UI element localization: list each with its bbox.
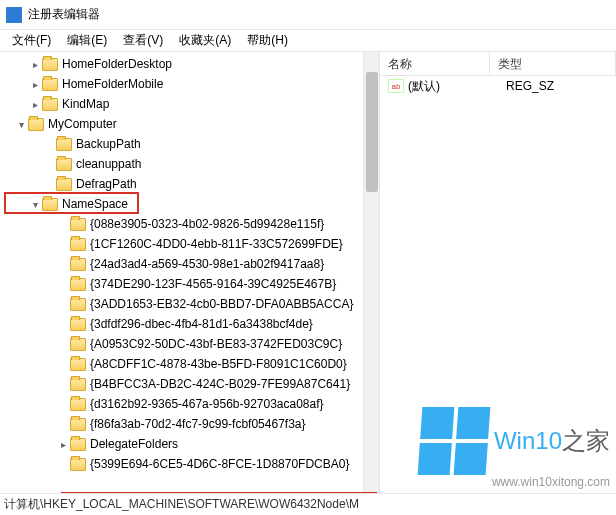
tree-node[interactable]: {B4BFCC3A-DB2C-424C-B029-7FE99A87C641}	[0, 374, 379, 394]
folder-icon	[70, 458, 86, 471]
tree-node-label: {24ad3ad4-a569-4530-98e1-ab02f9417aa8}	[90, 257, 324, 271]
tree-scrollbar-thumb[interactable]	[366, 72, 378, 192]
tree-node[interactable]: {088e3905-0323-4b02-9826-5d99428e115f}	[0, 214, 379, 234]
menu-help[interactable]: 帮助(H)	[239, 30, 296, 51]
value-name: (默认)	[408, 78, 506, 95]
folder-icon	[70, 298, 86, 311]
value-type: REG_SZ	[506, 79, 554, 93]
tree-node[interactable]: {d3162b92-9365-467a-956b-92703aca08af}	[0, 394, 379, 414]
tree-node[interactable]: {3dfdf296-dbec-4fb4-81d1-6a3438bcf4de}	[0, 314, 379, 334]
tree-node-label: {1CF1260C-4DD0-4ebb-811F-33C572699FDE}	[90, 237, 343, 251]
tree-node[interactable]: {A8CDFF1C-4878-43be-B5FD-F8091C1C60D0}	[0, 354, 379, 374]
folder-icon	[70, 338, 86, 351]
tree-node-label: {A0953C92-50DC-43bf-BE83-3742FED03C9C}	[90, 337, 342, 351]
menu-file[interactable]: 文件(F)	[4, 30, 59, 51]
col-header-name[interactable]: 名称	[380, 52, 490, 75]
folder-icon	[56, 178, 72, 191]
tree-node[interactable]: DefragPath	[0, 174, 379, 194]
folder-icon	[70, 238, 86, 251]
tree-node[interactable]: {24ad3ad4-a569-4530-98e1-ab02f9417aa8}	[0, 254, 379, 274]
tree-node[interactable]: ▸HomeFolderDesktop	[0, 54, 379, 74]
folder-icon	[28, 118, 44, 131]
tree-node-label: {3ADD1653-EB32-4cb0-BBD7-DFA0ABB5ACCA}	[90, 297, 353, 311]
highlight-guid-selected	[61, 492, 377, 493]
folder-icon	[42, 198, 58, 211]
tree-node-label: HomeFolderDesktop	[62, 57, 172, 71]
watermark-url: www.win10xitong.com	[420, 475, 610, 489]
folder-icon	[70, 258, 86, 271]
tree-node[interactable]: cleanuppath	[0, 154, 379, 174]
tree-node[interactable]: ▾MyComputer	[0, 114, 379, 134]
status-path: 计算机\HKEY_LOCAL_MACHINE\SOFTWARE\WOW6432N…	[4, 496, 359, 513]
tree-node[interactable]: {374DE290-123F-4565-9164-39C4925E467B}	[0, 274, 379, 294]
statusbar: 计算机\HKEY_LOCAL_MACHINE\SOFTWARE\WOW6432N…	[0, 493, 616, 515]
folder-icon	[70, 318, 86, 331]
chevron-icon[interactable]: ▾	[28, 199, 42, 210]
regedit-icon	[6, 7, 22, 23]
chevron-icon[interactable]: ▾	[14, 119, 28, 130]
tree-node-label: KindMap	[62, 97, 109, 111]
tree-node[interactable]: ▸DelegateFolders	[0, 434, 379, 454]
list-header: 名称 类型	[380, 52, 616, 76]
tree-node-label: DefragPath	[76, 177, 137, 191]
menu-favorites[interactable]: 收藏夹(A)	[171, 30, 239, 51]
tree-node[interactable]: BackupPath	[0, 134, 379, 154]
folder-icon	[56, 158, 72, 171]
tree-node-label: cleanuppath	[76, 157, 141, 171]
menu-view[interactable]: 查看(V)	[115, 30, 171, 51]
tree-node-label: {d3162b92-9365-467a-956b-92703aca08af}	[90, 397, 324, 411]
list-row[interactable]: ab(默认)REG_SZ	[380, 76, 616, 96]
tree-node[interactable]: ▸KindMap	[0, 94, 379, 114]
tree-node-label: {5399E694-6CE5-4D6C-8FCE-1D8870FDCBA0}	[90, 457, 349, 471]
chevron-icon[interactable]: ▸	[28, 79, 42, 90]
tree-node-label: {3dfdf296-dbec-4fb4-81d1-6a3438bcf4de}	[90, 317, 313, 331]
watermark: Win10之家 www.win10xitong.com	[420, 407, 610, 489]
tree-panel[interactable]: ▸HomeFolderDesktop▸HomeFolderMobile▸Kind…	[0, 52, 380, 493]
folder-icon	[70, 218, 86, 231]
folder-icon	[70, 358, 86, 371]
tree-node[interactable]: ▾NameSpace	[0, 194, 379, 214]
tree-node-label: HomeFolderMobile	[62, 77, 163, 91]
tree-node-label: MyComputer	[48, 117, 117, 131]
folder-icon	[42, 78, 58, 91]
tree-node[interactable]: {A0953C92-50DC-43bf-BE83-3742FED03C9C}	[0, 334, 379, 354]
tree-node[interactable]: {f86fa3ab-70d2-4fc7-9c99-fcbf05467f3a}	[0, 414, 379, 434]
folder-icon	[70, 278, 86, 291]
watermark-text-big: Win10	[494, 427, 562, 454]
chevron-icon[interactable]: ▸	[28, 99, 42, 110]
tree-node-label: {B4BFCC3A-DB2C-424C-B029-7FE99A87C641}	[90, 377, 350, 391]
tree-node-label: NameSpace	[62, 197, 128, 211]
folder-icon	[70, 418, 86, 431]
folder-icon	[42, 98, 58, 111]
window-title: 注册表编辑器	[28, 6, 100, 23]
tree-node[interactable]: {1CF1260C-4DD0-4ebb-811F-33C572699FDE}	[0, 234, 379, 254]
tree-node-label: {088e3905-0323-4b02-9826-5d99428e115f}	[90, 217, 324, 231]
tree-node-label: {374DE290-123F-4565-9164-39C4925E467B}	[90, 277, 336, 291]
folder-icon	[70, 378, 86, 391]
watermark-text-suffix: 之家	[562, 427, 610, 454]
tree-node-label: {f86fa3ab-70d2-4fc7-9c99-fcbf05467f3a}	[90, 417, 306, 431]
tree-scrollbar[interactable]	[363, 52, 379, 493]
tree-node-label: BackupPath	[76, 137, 141, 151]
tree-node[interactable]: ▸HomeFolderMobile	[0, 74, 379, 94]
tree-node[interactable]: {3ADD1653-EB32-4cb0-BBD7-DFA0ABB5ACCA}	[0, 294, 379, 314]
chevron-icon[interactable]: ▸	[56, 439, 70, 450]
menu-edit[interactable]: 编辑(E)	[59, 30, 115, 51]
folder-icon	[70, 398, 86, 411]
titlebar: 注册表编辑器	[0, 0, 616, 30]
tree-node[interactable]: {5399E694-6CE5-4D6C-8FCE-1D8870FDCBA0}	[0, 454, 379, 474]
folder-icon	[56, 138, 72, 151]
col-header-type[interactable]: 类型	[490, 52, 616, 75]
tree-node-label: DelegateFolders	[90, 437, 178, 451]
menubar: 文件(F) 编辑(E) 查看(V) 收藏夹(A) 帮助(H)	[0, 30, 616, 52]
tree-node-label: {A8CDFF1C-4878-43be-B5FD-F8091C1C60D0}	[90, 357, 347, 371]
string-value-icon: ab	[388, 79, 404, 93]
folder-icon	[70, 438, 86, 451]
chevron-icon[interactable]: ▸	[28, 59, 42, 70]
folder-icon	[42, 58, 58, 71]
windows-logo-icon	[418, 407, 491, 475]
